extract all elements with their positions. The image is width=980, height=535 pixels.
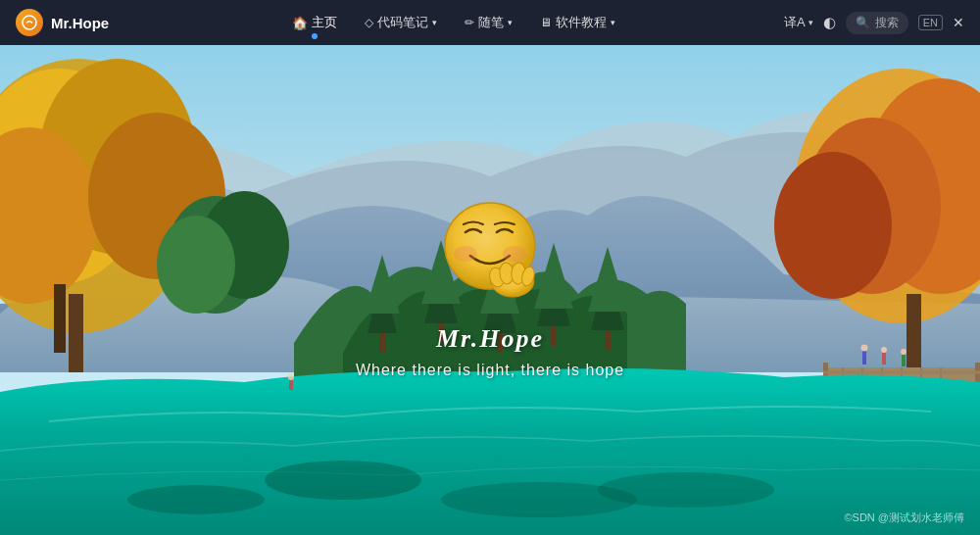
footer-credit: ©SDN @测试划水老师傅 [844,511,964,525]
theme-toggle[interactable]: ◐ [823,14,836,31]
search-box[interactable]: 🔍 搜索 [846,12,908,34]
nav-software-label: 软件教程 [556,14,607,31]
svg-point-50 [861,345,868,352]
language-selector[interactable]: EN [918,15,943,30]
nav-home[interactable]: 🏠 主页 [280,8,349,37]
chevron-down-icon-2: ▾ [508,18,513,27]
svg-point-48 [288,374,294,380]
site-logo[interactable]: Mr.Hope [16,9,123,36]
nav-essay-label: 随笔 [478,14,504,31]
svg-point-11 [157,216,235,314]
svg-point-52 [881,347,887,353]
nav-essay[interactable]: ✏ 随笔 ▾ [453,8,524,37]
close-icon: ✕ [953,15,964,30]
close-button[interactable]: ✕ [953,15,964,30]
svg-rect-47 [289,380,293,390]
active-indicator [312,33,318,39]
svg-rect-8 [54,284,66,353]
translate-icon: 译A [784,14,806,31]
logo-icon [16,9,43,36]
hero-title: Mr.Hope [356,324,624,354]
hero-avatar [431,195,549,313]
theme-icon: ◐ [823,14,836,31]
svg-rect-53 [902,355,906,366]
search-icon: 🔍 [856,16,870,29]
nav-home-label: 主页 [312,14,337,31]
navbar: Mr.Hope 🏠 主页 ◇ 代码笔记 ▾ ✏ 随笔 ▾ 🖥 软件教程 ▾ 译A… [0,0,980,45]
search-label: 搜索 [875,15,899,31]
chevron-down-icon-3: ▾ [611,18,615,27]
svg-point-54 [901,349,906,355]
chevron-down-icon: ▾ [432,18,437,27]
main-nav: 🏠 主页 ◇ 代码笔记 ▾ ✏ 随笔 ▾ 🖥 软件教程 ▾ [135,8,772,37]
svg-point-58 [503,246,526,262]
svg-rect-49 [862,351,866,365]
hero-subtitle: Where there is light, there is hope [356,362,624,379]
code-icon: ◇ [365,16,373,29]
nav-software[interactable]: 🖥 软件教程 ▾ [528,8,627,37]
chevron-down-icon-4: ▾ [808,18,813,27]
home-icon: 🏠 [292,16,308,30]
site-name: Mr.Hope [51,15,109,31]
svg-point-43 [265,461,421,500]
hero-section: Mr.Hope Where there is light, there is h… [0,0,980,535]
nav-code-notes[interactable]: ◇ 代码笔记 ▾ [353,8,449,37]
credit-text: ©SDN @测试划水老师傅 [844,511,964,523]
monitor-icon: 🖥 [540,16,552,29]
lang-label: EN [923,17,938,28]
svg-rect-7 [69,294,83,372]
svg-point-46 [598,472,774,508]
hero-content: Mr.Hope Where there is light, there is h… [356,195,624,379]
svg-point-45 [127,485,265,514]
nav-code-label: 代码笔记 [377,14,428,31]
pencil-icon: ✏ [465,16,474,29]
translate-button[interactable]: 译A ▾ [784,14,813,31]
navbar-right: 译A ▾ ◐ 🔍 搜索 EN ✕ [784,12,964,34]
svg-point-15 [774,152,892,299]
svg-rect-51 [882,353,886,365]
svg-point-0 [23,16,36,29]
svg-rect-16 [906,294,921,372]
svg-point-57 [454,246,477,262]
